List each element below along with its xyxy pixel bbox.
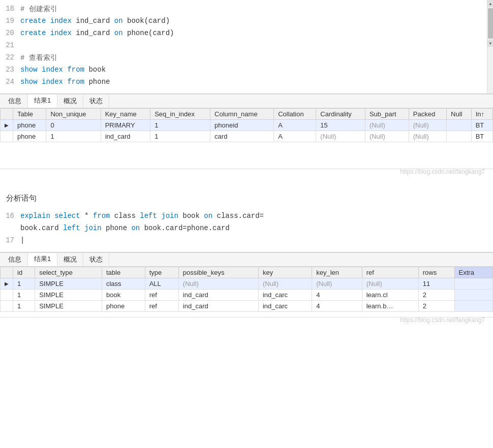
- line-content: create index ind_card on phone(card): [20, 29, 486, 37]
- table-row[interactable]: 1SIMPLEbookrefind_cardind_carc4learn.cl2: [1, 290, 493, 301]
- results-table-2: id select_type table type possible_keys …: [0, 267, 493, 312]
- table-cell: 15: [316, 120, 365, 131]
- code-token: phone(card): [123, 29, 174, 37]
- table-cell: learn.b…: [362, 301, 418, 312]
- col-in[interactable]: In↑: [471, 109, 492, 120]
- table-cell: SIMPLE: [35, 301, 102, 312]
- col2-ref[interactable]: ref: [362, 267, 418, 278]
- col-sub-part[interactable]: Sub_part: [365, 109, 409, 120]
- col2-select-type[interactable]: select_type: [35, 267, 102, 278]
- col2-extra[interactable]: Extra: [454, 267, 492, 278]
- code-line: 22# 查看索引: [0, 53, 486, 65]
- scroll-up-arrow[interactable]: ▲: [487, 0, 493, 7]
- code-token: select: [54, 212, 80, 220]
- tab-status-1[interactable]: 状态: [83, 94, 109, 108]
- line-number: 22: [0, 53, 20, 61]
- table-cell: 1: [46, 131, 101, 142]
- code-line: 17|: [0, 236, 486, 248]
- table-cell: (Null): [409, 120, 446, 131]
- col2-table[interactable]: table: [102, 267, 145, 278]
- col-null[interactable]: Null: [447, 109, 472, 120]
- code-token: on: [204, 212, 212, 220]
- tab-bar-1: 信息 结果1 概况 状态: [0, 94, 493, 108]
- tab-overview-1[interactable]: 概况: [57, 94, 83, 108]
- code-token: book(card): [123, 17, 170, 25]
- tab-status-2[interactable]: 状态: [83, 253, 109, 266]
- table-cell: 11: [418, 278, 454, 290]
- code-token: # 创建索引: [20, 5, 57, 13]
- col-key-name[interactable]: Key_name: [101, 109, 150, 120]
- col-column-name[interactable]: Column_name: [210, 109, 274, 120]
- scroll-down-arrow[interactable]: ▼: [487, 40, 493, 47]
- col-table[interactable]: Table: [13, 109, 46, 120]
- code-token: on: [114, 29, 123, 37]
- row-indicator: ▶: [1, 120, 13, 131]
- col2-key-len[interactable]: key_len: [312, 267, 362, 278]
- table-row[interactable]: ▶phone0PRIMARY1phoneidA15(Null)(Null)BT: [1, 120, 493, 131]
- col-packed[interactable]: Packed: [409, 109, 446, 120]
- code-token: create: [20, 29, 50, 37]
- code-token: index: [50, 17, 72, 25]
- line-content: book.card left join phone on book.card=p…: [20, 224, 486, 232]
- table-cell: phone: [13, 131, 46, 142]
- table-cell: A: [274, 120, 316, 131]
- line-number: 18: [0, 5, 20, 13]
- code-token: from: [93, 212, 110, 220]
- scroll-thumb[interactable]: [488, 8, 493, 39]
- code-token: book: [178, 212, 204, 220]
- col2-possible-keys[interactable]: possible_keys: [178, 267, 258, 278]
- col-non-unique[interactable]: Non_unique: [46, 109, 101, 120]
- code-token: book: [84, 66, 106, 74]
- table-cell: (Null): [178, 278, 258, 290]
- col-collation[interactable]: Collation: [274, 109, 316, 120]
- line-content: # 查看索引: [20, 53, 486, 62]
- watermark-2: https://blog.csdn.net/fangkang7: [400, 316, 485, 324]
- code-token: explain: [20, 212, 54, 220]
- col2-rows[interactable]: rows: [418, 267, 454, 278]
- table-row[interactable]: 1SIMPLEphonerefind_cardind_carc4learn.b……: [1, 301, 493, 312]
- tab-results-2[interactable]: 结果1: [28, 253, 57, 266]
- code-token: index: [42, 66, 63, 74]
- col-cardinality[interactable]: Cardinality: [316, 109, 365, 120]
- scrollbar-1[interactable]: ▲ ▼: [487, 0, 493, 93]
- results-section-1: Table Non_unique Key_name Seq_in_index C…: [0, 108, 493, 179]
- table-cell: [454, 301, 492, 312]
- code-panel-2: 16explain select * from class left join …: [0, 207, 493, 252]
- table-row[interactable]: ▶1SIMPLEclassALL(Null)(Null)(Null)(Null)…: [1, 278, 493, 290]
- code-token: book.card: [20, 224, 63, 232]
- code-token: show: [20, 66, 42, 74]
- table-cell: (Null): [312, 278, 362, 290]
- table-cell: SIMPLE: [35, 290, 102, 301]
- table-cell: 4: [312, 301, 362, 312]
- table-cell: [447, 131, 472, 142]
- tab-results-1[interactable]: 结果1: [28, 94, 57, 108]
- code-token: on: [114, 17, 123, 25]
- table-row[interactable]: phone1ind_card1cardA(Null)(Null)(Null)BT: [1, 131, 493, 142]
- code-token: left: [63, 224, 84, 232]
- table-cell: (Null): [409, 131, 446, 142]
- code-token: index: [42, 78, 63, 86]
- table-cell: (Null): [258, 278, 312, 290]
- line-content: # 创建索引: [20, 5, 486, 14]
- tab-info-1[interactable]: 信息: [2, 94, 28, 108]
- table-cell: ALL: [145, 278, 178, 290]
- tab-overview-2[interactable]: 概况: [57, 253, 83, 266]
- code-token: join: [161, 212, 178, 220]
- col-seq[interactable]: Seq_in_index: [150, 109, 210, 120]
- table-cell: 0: [46, 120, 101, 131]
- code-line: 19create index ind_card on book(card): [0, 16, 486, 28]
- code-panel-1: 18# 创建索引19create index ind_card on book(…: [0, 0, 493, 94]
- table-cell: [454, 290, 492, 301]
- code-token: class: [110, 212, 140, 220]
- row-indicator: [1, 290, 13, 301]
- row-indicator: [1, 131, 13, 142]
- table-wrapper-2: id select_type table type possible_keys …: [0, 267, 493, 317]
- line-content: show index from book: [20, 66, 486, 74]
- col2-key[interactable]: key: [258, 267, 312, 278]
- tab-info-2[interactable]: 信息: [2, 253, 28, 266]
- table-cell: learn.cl: [362, 290, 418, 301]
- table-wrapper-1: Table Non_unique Key_name Seq_in_index C…: [0, 108, 493, 169]
- col2-id[interactable]: id: [13, 267, 35, 278]
- code-line: book.card left join phone on book.card=p…: [0, 223, 486, 236]
- col2-type[interactable]: type: [145, 267, 178, 278]
